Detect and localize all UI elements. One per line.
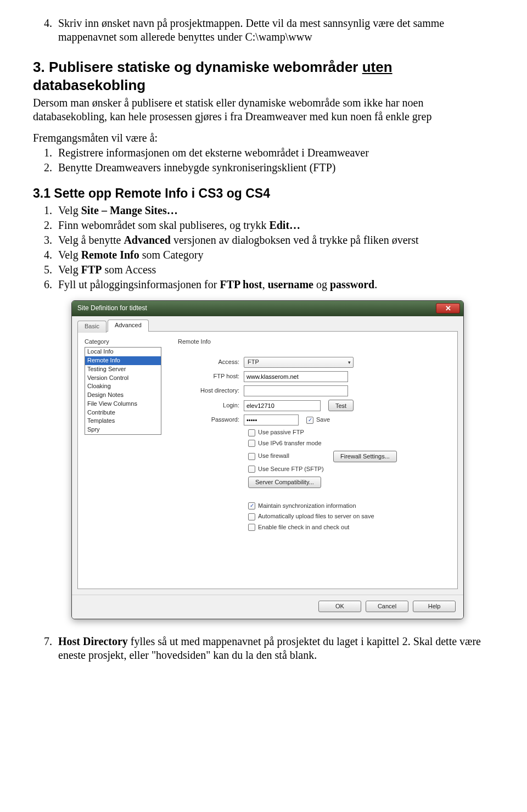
- approach-item-2: Benytte Dreamweavers innebygde synkronis…: [55, 161, 494, 175]
- ok-button[interactable]: OK: [318, 601, 361, 612]
- step7-bold: Host Directory: [58, 635, 128, 647]
- cat-item-templates[interactable]: Templates: [85, 417, 161, 425]
- step31-1: Velg Site – Mange Sites…: [55, 204, 494, 217]
- cat-item-remote-info[interactable]: Remote Info: [85, 356, 161, 365]
- server-compatibility-button[interactable]: Server Compatibility...: [248, 477, 321, 488]
- use-passive-ftp-checkbox[interactable]: Use passive FTP: [248, 429, 304, 436]
- step7-list: Host Directory fylles så ut med mappenav…: [33, 635, 494, 662]
- dialog-screenshot: Site Definition for tidtest ✕ Basic Adva…: [71, 300, 494, 619]
- step31-4: Velg Remote Info som Category: [55, 248, 494, 262]
- cat-item-contribute[interactable]: Contribute: [85, 408, 161, 417]
- category-label: Category: [85, 338, 167, 346]
- close-icon[interactable]: ✕: [436, 303, 460, 313]
- save-checkbox[interactable]: ✓ Save: [306, 416, 330, 424]
- use-ipv6-checkbox[interactable]: Use IPv6 transfer mode: [248, 440, 322, 447]
- tab-strip: Basic Advanced: [77, 320, 458, 332]
- heading-suffix: databasekobling: [33, 77, 145, 93]
- step4-text: Skriv inn ønsket navn på prosjektmappen.…: [58, 17, 444, 43]
- cat-item-testing-server[interactable]: Testing Server: [85, 365, 161, 374]
- cat-item-local-info[interactable]: Local Info: [85, 348, 161, 356]
- steps-3-1-list: Velg Site – Mange Sites… Finn webområdet…: [33, 204, 494, 292]
- dialog-title: Site Definition for tidtest: [77, 304, 147, 312]
- password-label: Password:: [178, 416, 244, 424]
- ftphost-input[interactable]: [244, 371, 348, 382]
- step7-item: Host Directory fylles så ut med mappenav…: [55, 635, 494, 662]
- password-input[interactable]: [244, 415, 299, 425]
- cat-item-design-notes[interactable]: Design Notes: [85, 391, 161, 400]
- maintain-sync-checkbox[interactable]: ✓Maintain synchronization information: [248, 502, 356, 510]
- step31-6: Fyll ut påloggingsinformasjonen for FTP …: [55, 278, 494, 292]
- chevron-down-icon: ▾: [348, 360, 351, 366]
- category-listbox[interactable]: Local Info Remote Info Testing Server Ve…: [85, 347, 161, 435]
- use-sftp-checkbox[interactable]: Use Secure FTP (SFTP): [248, 466, 324, 473]
- hostdir-label: Host directory:: [178, 387, 244, 395]
- access-label: Access:: [178, 359, 244, 366]
- panel-heading: Remote Info: [178, 338, 451, 346]
- cancel-button[interactable]: Cancel: [366, 601, 408, 612]
- step31-2: Finn webområdet som skal publiseres, og …: [55, 219, 494, 232]
- heading-underlined: uten: [362, 59, 393, 75]
- auto-upload-checkbox[interactable]: Automatically upload files to server on …: [248, 513, 374, 520]
- step31-3: Velg å benytte Advanced versjonen av dia…: [55, 233, 494, 247]
- top-ordered-list: Skriv inn ønsket navn på prosjektmappen.…: [33, 16, 494, 44]
- dialog-titlebar[interactable]: Site Definition for tidtest ✕: [72, 301, 463, 316]
- test-button[interactable]: Test: [328, 400, 354, 411]
- access-select[interactable]: FTP ▾: [244, 357, 354, 368]
- firewall-settings-button[interactable]: Firewall Settings...: [333, 451, 397, 462]
- ftphost-label: FTP host:: [178, 373, 244, 380]
- approach-list: Registrere informasjonen om det eksterne…: [33, 146, 494, 175]
- cat-item-version-control[interactable]: Version Control: [85, 374, 161, 383]
- help-button[interactable]: Help: [413, 601, 456, 612]
- tab-basic[interactable]: Basic: [77, 321, 106, 333]
- login-input[interactable]: [244, 400, 321, 411]
- approach-item-1: Registrere informasjonen om det eksterne…: [55, 146, 494, 160]
- site-definition-dialog: Site Definition for tidtest ✕ Basic Adva…: [71, 300, 464, 619]
- step31-5: Velg FTP som Access: [55, 263, 494, 277]
- section-3-heading: 3. Publisere statiske og dynamiske webom…: [33, 58, 494, 94]
- step-4-item: Skriv inn ønsket navn på prosjektmappen.…: [55, 16, 494, 44]
- cat-item-cloaking[interactable]: Cloaking: [85, 382, 161, 391]
- fremgang-label: Fremgangsmåten vil være å:: [33, 131, 494, 145]
- section-3-1-heading: 3.1 Sette opp Remote Info i CS3 og CS4: [33, 186, 494, 201]
- cat-item-file-view-columns[interactable]: File View Columns: [85, 400, 161, 408]
- cat-item-spry[interactable]: Spry: [85, 425, 161, 434]
- use-firewall-checkbox[interactable]: Use firewall: [248, 452, 333, 460]
- hostdir-input[interactable]: [244, 385, 348, 396]
- dialog-button-row: OK Cancel Help: [72, 595, 463, 619]
- tab-panel-advanced: Category Local Info Remote Info Testing …: [77, 331, 458, 589]
- enable-checkin-checkbox[interactable]: Enable file check in and check out: [248, 524, 349, 531]
- login-label: Login:: [178, 402, 244, 410]
- heading-prefix: 3. Publisere statiske og dynamiske webom…: [33, 59, 362, 75]
- tab-advanced[interactable]: Advanced: [108, 320, 149, 332]
- intro-paragraph: Dersom man ønsker å publisere et statisk…: [33, 96, 494, 124]
